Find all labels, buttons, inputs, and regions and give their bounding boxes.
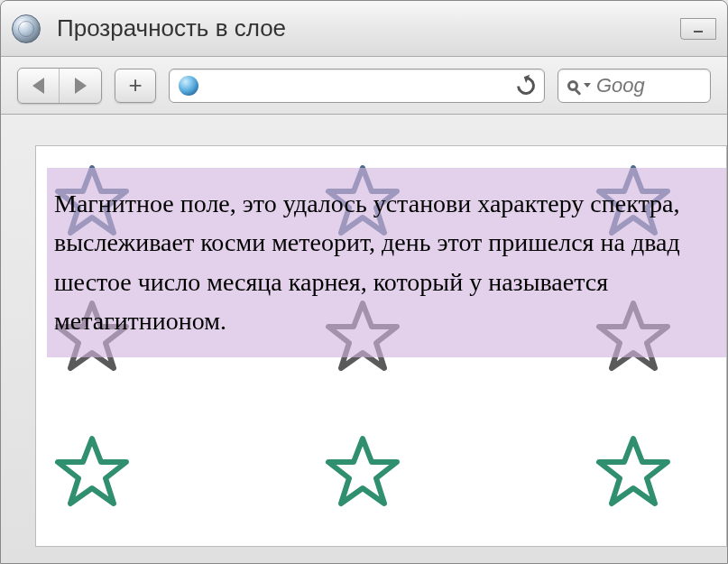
titlebar: Прозрачность в слое <box>1 1 727 57</box>
page-content: Магнитное поле, это удалось установи хар… <box>35 145 727 547</box>
app-icon <box>12 14 41 43</box>
minimize-icon <box>692 23 705 35</box>
forward-button[interactable] <box>60 69 101 103</box>
star-icon <box>54 435 130 511</box>
star-icon <box>595 435 671 511</box>
arrow-right-icon <box>75 78 87 94</box>
window-controls <box>680 18 716 40</box>
address-input[interactable] <box>206 78 517 94</box>
search-bar[interactable] <box>558 69 711 103</box>
svg-rect-0 <box>694 31 703 32</box>
paragraph-text: Магнитное поле, это удалось установи хар… <box>54 190 680 335</box>
search-icon <box>567 80 578 91</box>
text-overlay: Магнитное поле, это удалось установи хар… <box>47 168 726 357</box>
minimize-button[interactable] <box>680 18 716 40</box>
star-icon <box>325 435 401 511</box>
nav-button-group <box>17 68 102 104</box>
new-tab-button[interactable]: + <box>115 69 156 103</box>
address-bar[interactable] <box>169 69 545 103</box>
browser-window: Прозрачность в слое + <box>0 0 728 564</box>
toolbar: + <box>1 57 727 115</box>
search-input[interactable] <box>596 74 701 97</box>
globe-icon <box>179 76 198 96</box>
back-button[interactable] <box>18 69 60 103</box>
window-title: Прозрачность в слое <box>57 14 680 42</box>
reload-icon[interactable] <box>513 72 539 97</box>
arrow-left-icon <box>32 78 44 94</box>
chevron-down-icon[interactable] <box>584 83 591 88</box>
